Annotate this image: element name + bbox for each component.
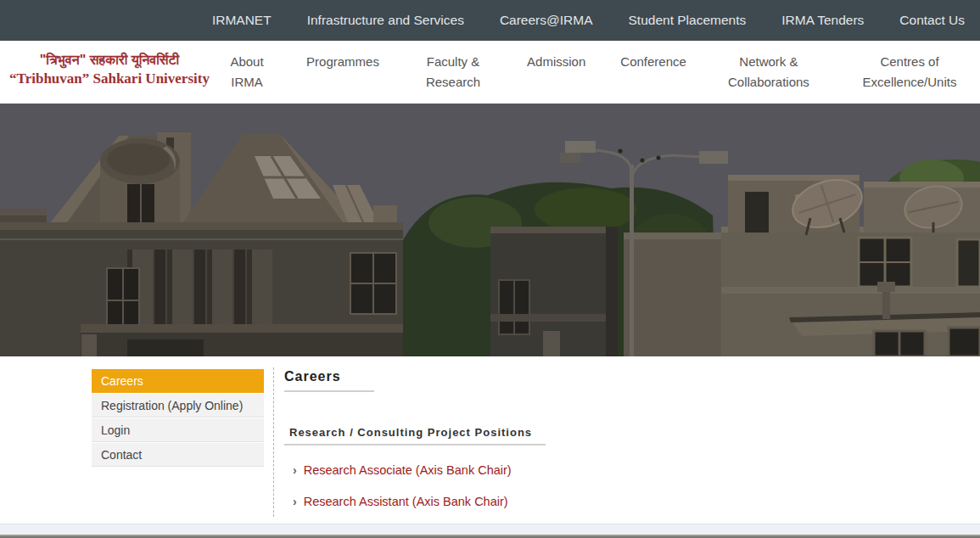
- nav-faculty-research[interactable]: Faculty & Research: [414, 52, 492, 92]
- link-research-assistant[interactable]: › Research Assistant (Axis Bank Chair): [284, 495, 878, 508]
- nav-conference[interactable]: Conference: [620, 52, 686, 72]
- top-utility-bar: IRMANET Infrastructure and Services Care…: [0, 0, 980, 41]
- job-link-label: Research Assistant (Axis Bank Chair): [304, 495, 508, 508]
- topnav-careers-irma[interactable]: Careers@IRMA: [500, 13, 593, 28]
- nav-network-collaborations[interactable]: Network & Collaborations: [721, 52, 816, 92]
- main-navigation: About IRMA Programmes Faculty & Research…: [222, 41, 968, 104]
- careers-sidebar: Careers Registration (Apply Online) Logi…: [92, 369, 264, 468]
- nav-admission[interactable]: Admission: [527, 52, 585, 72]
- topnav-infrastructure-services[interactable]: Infrastructure and Services: [307, 13, 464, 28]
- nav-about-irma[interactable]: About IRMA: [222, 52, 272, 92]
- logo-text-english: “Tribhuvan” Sahkari University: [7, 70, 212, 89]
- chevron-bullet-icon: ›: [293, 496, 297, 507]
- section-title: Research / Consulting Project Positions: [284, 426, 546, 446]
- footer-strip: [0, 524, 980, 538]
- page: IRMANET Infrastructure and Services Care…: [0, 0, 980, 538]
- topnav-irma-tenders[interactable]: IRMA Tenders: [781, 13, 864, 28]
- nav-centres-excellence-units[interactable]: Centres of Excellence/Units: [851, 52, 968, 92]
- sidebar-item-contact[interactable]: Contact: [92, 443, 264, 467]
- logo-text-hindi: "त्रिभुवन" सहकारी यूनिवर्सिटी: [7, 51, 212, 70]
- vertical-dashed-divider: [273, 367, 274, 517]
- university-logo[interactable]: "त्रिभुवन" सहकारी यूनिवर्सिटी “Tribhuvan…: [7, 51, 212, 89]
- sidebar-item-login[interactable]: Login: [92, 418, 264, 442]
- main-header: "त्रिभुवन" सहकारी यूनिवर्सिटी “Tribhuvan…: [0, 41, 980, 104]
- content-area: Careers Registration (Apply Online) Logi…: [0, 356, 980, 524]
- topnav-student-placements[interactable]: Student Placements: [629, 13, 747, 28]
- job-link-label: Research Associate (Axis Bank Chair): [304, 463, 512, 477]
- chevron-bullet-icon: ›: [293, 464, 297, 476]
- nav-programmes[interactable]: Programmes: [306, 52, 379, 72]
- topnav-irmanet[interactable]: IRMANET: [212, 13, 272, 28]
- sidebar-item-registration[interactable]: Registration (Apply Online): [92, 394, 264, 418]
- link-research-associate[interactable]: › Research Associate (Axis Bank Chair): [284, 463, 878, 477]
- sidebar-item-careers[interactable]: Careers: [92, 369, 264, 393]
- hero-campus-photo: [0, 104, 980, 356]
- page-title: Careers: [284, 369, 374, 392]
- footer-band: [0, 524, 980, 535]
- topnav-contact-us[interactable]: Contact Us: [899, 13, 965, 28]
- careers-main-panel: Careers Research / Consulting Project Po…: [284, 369, 878, 508]
